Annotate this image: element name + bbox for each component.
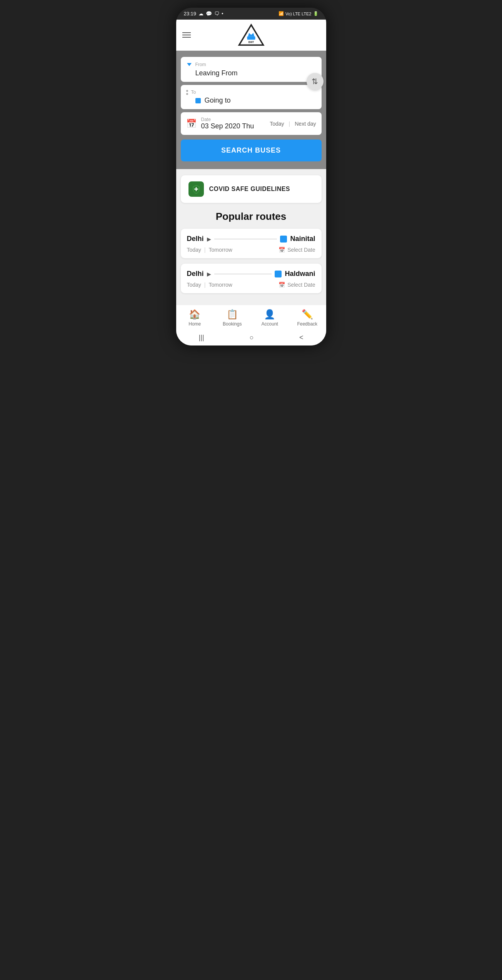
date-info: Date 03 Sep 2020 Thu	[201, 117, 254, 130]
route-calendar-icon-1: 📅	[279, 282, 285, 288]
nav-item-feedback[interactable]: ✏️ Feedback	[289, 309, 326, 327]
route-line-1	[214, 274, 272, 274]
hamburger-menu[interactable]	[182, 32, 191, 38]
nav-item-home[interactable]: 🏠 Home	[176, 309, 214, 327]
route-header-1: Delhi ▶ Haldwani	[187, 270, 315, 278]
chat-icon: 🗨	[214, 11, 219, 17]
route-card-0[interactable]: Delhi ▶ Nainital Today | Tomorrow 📅 Sele…	[181, 229, 322, 258]
date-label: Date	[201, 117, 254, 122]
route-calendar-icon-0: 📅	[279, 247, 285, 253]
from-label: From	[186, 61, 316, 68]
svg-marker-3	[187, 63, 192, 66]
route-today-1[interactable]: Today	[187, 282, 201, 288]
route-tomorrow-1[interactable]: Tomorrow	[209, 282, 232, 288]
svg-text:BWT: BWT	[248, 41, 254, 43]
home-btn[interactable]: ○	[250, 334, 254, 342]
date-left: 📅 Date 03 Sep 2020 Thu	[186, 117, 254, 130]
route-footer-0: Today | Tomorrow 📅 Select Date	[187, 247, 315, 253]
route-to-square-1	[275, 271, 282, 277]
route-arrow-0: ▶	[207, 236, 211, 242]
logo-container: BWT	[238, 23, 265, 47]
route-dates-0: Today | Tomorrow	[187, 247, 232, 253]
status-left: 23:19 ☁ 💬 🗨 •	[184, 11, 223, 17]
back-btn[interactable]: <	[299, 334, 304, 342]
feedback-icon: ✏️	[302, 309, 313, 320]
home-icon: 🏠	[189, 309, 200, 320]
next-day-btn[interactable]: Next day	[295, 121, 316, 127]
search-buses-button[interactable]: SEARCH BUSES	[181, 140, 322, 161]
route-today-0[interactable]: Today	[187, 247, 201, 253]
screen: BWT From Leaving From ⇅	[176, 20, 326, 345]
nav-label-bookings: Bookings	[223, 321, 242, 327]
today-btn[interactable]: Today	[270, 121, 284, 127]
battery-icon: 🔋	[313, 11, 319, 16]
from-card[interactable]: From Leaving From ⇅	[181, 57, 322, 82]
message-icon: 💬	[206, 11, 212, 17]
covid-text: COVID SAFE GUIDELINES	[209, 186, 290, 193]
route-to-square-0	[280, 236, 287, 243]
bwt-logo: BWT	[238, 23, 265, 47]
time: 23:19	[184, 11, 197, 17]
date-value: 03 Sep 2020 Thu	[201, 122, 254, 130]
date-actions: Today | Next day	[270, 121, 316, 127]
route-select-date-label-1: Select Date	[287, 282, 315, 288]
route-from-1: Delhi	[187, 270, 204, 278]
nav-label-account: Account	[262, 321, 278, 327]
search-section: From Leaving From ⇅ To	[176, 51, 326, 169]
phone-shell: 23:19 ☁ 💬 🗨 • 📶 Vo) LTE LTE2 🔋	[176, 8, 326, 345]
svg-rect-1	[247, 37, 255, 40]
route-select-date-1[interactable]: 📅 Select Date	[279, 282, 315, 288]
calendar-icon: 📅	[186, 119, 197, 129]
to-square-icon	[195, 98, 201, 103]
route-footer-1: Today | Tomorrow 📅 Select Date	[187, 282, 315, 288]
content-area: COVID SAFE GUIDELINES Popular routes Del…	[176, 169, 326, 305]
nav-item-bookings[interactable]: 📋 Bookings	[213, 309, 251, 327]
account-icon: 👤	[264, 309, 275, 320]
route-select-date-label-0: Select Date	[287, 247, 315, 253]
to-label: To	[191, 90, 196, 95]
route-tomorrow-0[interactable]: Tomorrow	[209, 247, 232, 253]
route-from-0: Delhi	[187, 235, 204, 243]
dot-icon: •	[222, 11, 223, 17]
route-line-0	[214, 239, 277, 239]
route-to-0: Nainital	[290, 235, 315, 243]
covid-shield-icon	[188, 181, 204, 197]
route-header-0: Delhi ▶ Nainital	[187, 235, 315, 243]
status-right: 📶 Vo) LTE LTE2 🔋	[279, 11, 318, 16]
route-dates-1: Today | Tomorrow	[187, 282, 232, 288]
wifi-icon: 📶	[279, 11, 284, 16]
nav-item-account[interactable]: 👤 Account	[251, 309, 289, 327]
nav-label-feedback: Feedback	[297, 321, 317, 327]
covid-banner[interactable]: COVID SAFE GUIDELINES	[181, 175, 322, 203]
cloud-icon: ☁	[198, 11, 203, 17]
bottom-nav: 🏠 Home 📋 Bookings 👤 Account ✏️ Feedback	[176, 305, 326, 330]
to-value: Going to	[186, 96, 316, 105]
from-dropdown-icon	[186, 61, 192, 68]
popular-routes-title: Popular routes	[181, 211, 322, 223]
date-card[interactable]: 📅 Date 03 Sep 2020 Thu Today | Next day	[181, 112, 322, 135]
signal-label: Vo) LTE LTE2	[285, 12, 311, 16]
system-nav: ||| ○ <	[176, 330, 326, 345]
from-value: Leaving From	[186, 69, 316, 77]
to-card[interactable]: To Going to	[181, 85, 322, 109]
nav-label-home: Home	[188, 321, 201, 327]
route-to-1: Haldwani	[285, 270, 315, 278]
route-arrow-1: ▶	[207, 271, 211, 277]
route-select-date-0[interactable]: 📅 Select Date	[279, 247, 315, 253]
status-bar: 23:19 ☁ 💬 🗨 • 📶 Vo) LTE LTE2 🔋	[176, 8, 326, 20]
to-dots-icon	[186, 90, 188, 95]
bookings-icon: 📋	[227, 309, 238, 320]
recent-apps-btn[interactable]: |||	[199, 334, 204, 342]
app-header: BWT	[176, 20, 326, 51]
route-card-1[interactable]: Delhi ▶ Haldwani Today | Tomorrow 📅 Sele…	[181, 264, 322, 293]
to-label-container: To	[186, 90, 316, 95]
swap-button[interactable]: ⇅	[307, 73, 324, 90]
